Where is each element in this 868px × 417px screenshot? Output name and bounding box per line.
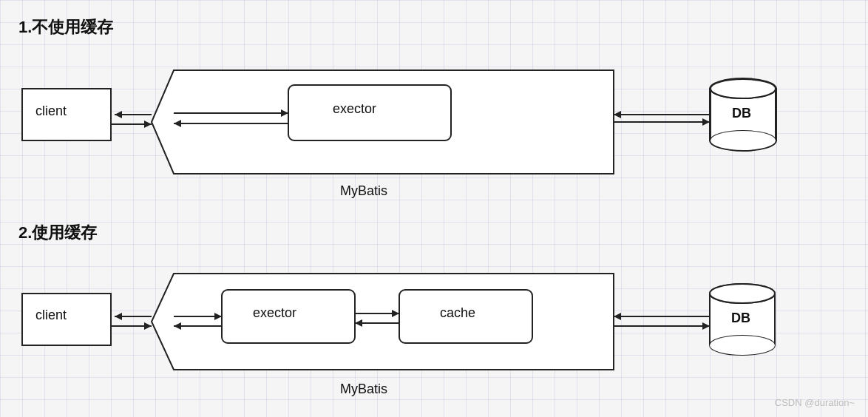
svg-marker-22 [614, 111, 621, 118]
svg-marker-24 [702, 118, 710, 126]
db-label-1: DB [732, 106, 751, 121]
svg-marker-18 [281, 109, 288, 117]
svg-marker-16 [144, 121, 152, 128]
svg-marker-25 [152, 274, 614, 370]
svg-marker-39 [144, 322, 152, 330]
svg-point-35 [710, 284, 775, 303]
svg-point-10 [711, 131, 776, 150]
svg-marker-51 [702, 322, 710, 330]
svg-marker-20 [174, 120, 181, 127]
svg-marker-37 [115, 313, 122, 320]
cache-label-2: cache [440, 305, 475, 321]
section2-title: 2.使用缓存 [18, 222, 97, 244]
svg-marker-47 [355, 319, 362, 327]
mybatis-label-2: MyBatis [340, 382, 387, 397]
svg-marker-41 [214, 313, 222, 320]
svg-marker-43 [174, 322, 181, 330]
client-label-1: client [35, 104, 67, 119]
svg-marker-49 [614, 313, 621, 320]
section1-title: 1.不使用缓存 [18, 16, 113, 38]
svg-point-30 [710, 284, 775, 303]
svg-marker-14 [115, 111, 122, 118]
svg-point-12 [711, 79, 776, 98]
mybatis-label-1: MyBatis [340, 183, 387, 199]
svg-point-34 [710, 336, 775, 355]
exector-label-1: exector [333, 101, 376, 117]
svg-marker-0 [152, 70, 614, 174]
watermark: CSDN @duration~ [775, 397, 855, 408]
svg-marker-45 [392, 310, 399, 317]
svg-point-4 [710, 78, 776, 99]
client-label-2: client [35, 308, 67, 323]
svg-point-7 [711, 79, 776, 98]
svg-point-11 [711, 131, 776, 150]
svg-point-5 [710, 130, 776, 151]
exector-label-2: exector [253, 305, 296, 321]
svg-point-33 [710, 336, 775, 355]
db-label-2: DB [731, 311, 750, 326]
